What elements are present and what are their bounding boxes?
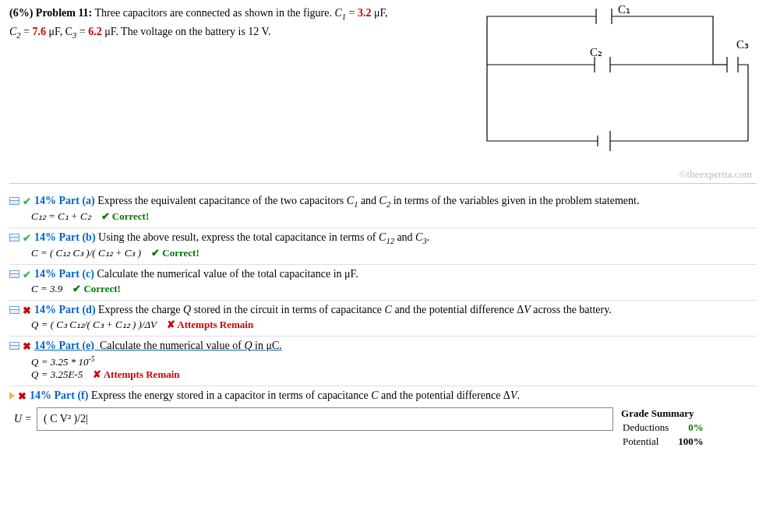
figure-c3-label: C₃ [736, 38, 749, 51]
collapse-icon[interactable] [9, 306, 19, 314]
check-icon: ✔ [23, 269, 31, 281]
part-f-label: 14% Part (f) [30, 389, 88, 401]
potential-label: Potential [623, 435, 676, 448]
formula-lhs: U = [14, 413, 32, 425]
part-c-answer: C = 3.9 [31, 283, 62, 294]
expand-icon[interactable] [9, 392, 15, 400]
check-icon: ✔ [23, 196, 31, 208]
x-icon: ✖ [18, 390, 26, 403]
deductions-value: 0% [678, 421, 711, 434]
part-d: ✖ 14% Part (d) Express the charge Q stor… [9, 301, 757, 336]
collapse-icon[interactable] [9, 197, 19, 205]
check-icon: ✔ [23, 232, 31, 245]
correct-badge: ✔ Correct! [151, 247, 199, 259]
attempts-badge: ✘ Attempts Remain [167, 319, 253, 330]
collapse-icon[interactable] [9, 234, 19, 241]
answer-input[interactable] [37, 407, 613, 431]
part-a-answer: C₁₂ = C₁ + C₂ [31, 210, 91, 222]
part-b-answer: C = ( C₁₂ C₃ )/( C₁₂ + C₃ ) [31, 247, 141, 259]
c2-value: 7.6 [33, 26, 47, 37]
x-icon: ✖ [23, 340, 31, 353]
problem-statement: (6%) Problem 11: Three capacitors are co… [9, 5, 415, 41]
c3-value: 6.2 [88, 26, 102, 37]
circuit-figure: C₁ C₂ C₃ [417, 5, 752, 160]
part-b: ✔ 14% Part (b) Using the above result, e… [9, 228, 757, 265]
c1-value: 3.2 [358, 7, 372, 19]
part-c: ✔ 14% Part (c) Calculate the numerical v… [9, 265, 757, 301]
part-e-answer-2: Q = 3.25E-5 [31, 368, 83, 380]
part-e-answer-1: Q = 3.25 * 10-5 [31, 356, 95, 368]
part-e: ✖ 14% Part (e) Calculate the numerical v… [9, 336, 757, 386]
x-icon: ✖ [23, 305, 31, 317]
part-a-label: 14% Part (a) [34, 195, 95, 206]
deductions-label: Deductions [623, 421, 676, 434]
problem-number: Problem 11: [36, 7, 92, 19]
correct-badge: ✔ Correct! [72, 283, 121, 294]
potential-value: 100% [678, 435, 711, 448]
watermark: ©theexpertta.com [680, 168, 752, 181]
problem-weight: (6%) [9, 7, 33, 19]
attempts-badge: ✘ Attempts Remain [93, 368, 179, 380]
part-c-label: 14% Part (c) [34, 268, 94, 280]
figure-c1-label: C₁ [618, 5, 630, 16]
grade-title: Grade Summary [621, 407, 713, 420]
part-d-answer: Q = ( C₃ C₁₂/( C₃ + C₁₂ ) )/ΔV [31, 319, 157, 330]
part-e-label[interactable]: 14% Part (e) Calculate the numerical val… [34, 340, 282, 351]
part-f: ✖ 14% Part (f) Express the energy stored… [9, 386, 757, 454]
problem-text-1: Three capacitors are connected as shown … [95, 7, 335, 19]
correct-badge: ✔ Correct! [101, 210, 150, 222]
collapse-icon[interactable] [9, 342, 19, 350]
part-b-label: 14% Part (b) [34, 231, 96, 243]
problem-header: (6%) Problem 11: Three capacitors are co… [9, 5, 757, 184]
grade-summary: Grade Summary Deductions 0% Potential 10… [621, 407, 713, 449]
part-d-label: 14% Part (d) [34, 304, 96, 315]
figure-c2-label: C₂ [590, 46, 602, 58]
part-a: ✔ 14% Part (a) Express the equivalent ca… [9, 192, 757, 228]
collapse-icon[interactable] [9, 270, 19, 278]
